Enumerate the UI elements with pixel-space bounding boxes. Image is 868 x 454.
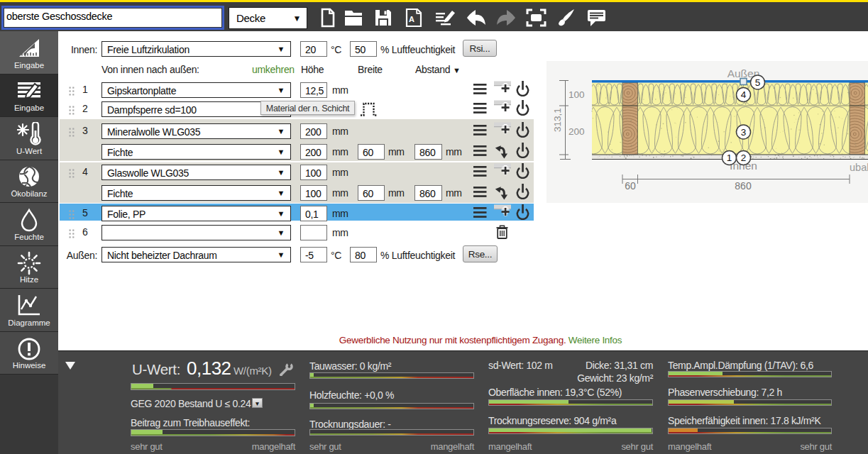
svg-text:3: 3: [741, 127, 747, 138]
svg-text:60: 60: [625, 180, 636, 192]
svg-text:100: 100: [568, 89, 585, 100]
svg-text:4: 4: [741, 89, 747, 100]
svg-text:313,1: 313,1: [552, 108, 563, 132]
svg-text:1: 1: [727, 153, 732, 163]
svg-text:2: 2: [741, 153, 747, 163]
svg-text:200: 200: [568, 126, 585, 137]
svg-text:ubakus: ubakus: [850, 162, 868, 173]
svg-text:860: 860: [735, 180, 752, 192]
svg-text:A: A: [409, 15, 414, 23]
svg-text:5: 5: [755, 77, 761, 88]
